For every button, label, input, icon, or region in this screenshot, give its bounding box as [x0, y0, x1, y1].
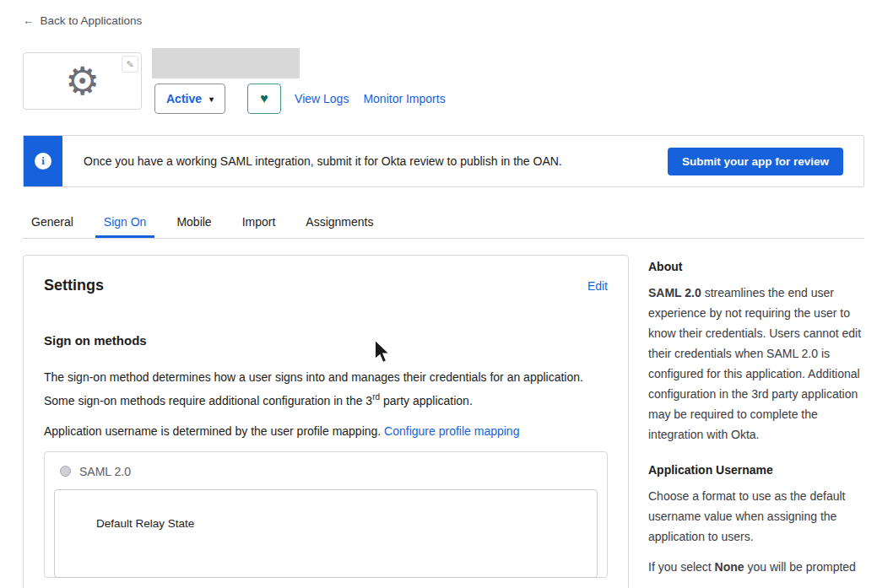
app-actions: Active ▾ ♥ View Logs Monitor Imports — [154, 84, 460, 114]
saml-radio-label: SAML 2.0 — [79, 465, 131, 478]
back-arrow-icon: ← — [23, 14, 35, 27]
heart-icon: ♥ — [260, 91, 268, 106]
banner-message: Once you have a working SAML integration… — [84, 154, 668, 168]
edit-logo-button[interactable]: ✎ — [122, 56, 138, 73]
settings-title: Settings — [44, 277, 104, 294]
none-option-paragraph: If you select None you will be prompted — [648, 557, 866, 577]
description-text-end: party application. — [380, 394, 473, 407]
tab-import[interactable]: Import — [234, 208, 284, 238]
about-paragraph: SAML 2.0 streamlines the end user experi… — [648, 283, 866, 445]
okta-verified-button[interactable]: ♥ — [247, 84, 281, 114]
application-username-paragraph: Choose a format to use as the default us… — [648, 486, 866, 547]
sign-on-methods-description: The sign-on method determines how a user… — [44, 367, 611, 411]
about-title: About — [648, 260, 866, 273]
gear-icon: ⚙ — [65, 62, 100, 100]
back-to-applications-link[interactable]: ← Back to Applications — [23, 14, 142, 27]
info-icon-block: i — [24, 136, 62, 186]
submit-app-for-review-button[interactable]: Submit your app for review — [668, 148, 843, 175]
pencil-icon: ✎ — [126, 59, 133, 70]
about-text: streamlines the end user experience by n… — [648, 286, 861, 441]
description-text: The sign-on method determines how a user… — [44, 370, 583, 407]
back-link-label: Back to Applications — [41, 14, 143, 27]
saml-radio-button[interactable] — [60, 466, 71, 477]
app-name-redacted — [152, 48, 300, 78]
about-bold-lead: SAML 2.0 — [648, 286, 701, 299]
info-icon: i — [35, 153, 51, 170]
app-status-dropdown[interactable]: Active ▾ — [154, 84, 225, 114]
edit-settings-link[interactable]: Edit — [587, 279, 608, 293]
configure-profile-mapping-link[interactable]: Configure profile mapping — [384, 424, 519, 438]
none-post-text: you will be prompted — [744, 560, 856, 574]
default-relay-state-label: Default Relay State — [96, 517, 194, 530]
tab-mobile[interactable]: Mobile — [168, 208, 219, 238]
view-logs-link[interactable]: View Logs — [295, 92, 349, 105]
tab-assignments[interactable]: Assignments — [297, 208, 382, 238]
username-mapping-text: Application username is determined by th… — [44, 424, 381, 438]
tab-bar: General Sign On Mobile Import Assignment… — [23, 208, 864, 239]
info-banner: i Once you have a working SAML integrati… — [23, 135, 864, 187]
tab-general[interactable]: General — [23, 208, 82, 238]
monitor-imports-link[interactable]: Monitor Imports — [363, 92, 445, 105]
settings-card-header: Settings Edit — [44, 277, 608, 294]
none-pre-text: If you select — [648, 560, 715, 574]
username-mapping-description: Application username is determined by th… — [44, 421, 611, 441]
settings-card: Settings Edit Sign on methods The sign-o… — [23, 255, 629, 588]
chevron-down-icon: ▾ — [209, 94, 214, 104]
tab-sign-on[interactable]: Sign On — [95, 208, 155, 238]
ordinal-superscript: rd — [372, 392, 380, 402]
app-status-label: Active — [166, 92, 202, 105]
saml-method-box: SAML 2.0 Default Relay State — [44, 451, 608, 578]
about-sidebar: About SAML 2.0 streamlines the end user … — [648, 255, 866, 577]
sign-on-methods-title: Sign on methods — [44, 333, 608, 348]
none-bold: None — [715, 560, 744, 574]
application-username-title: Application Username — [648, 463, 866, 477]
saml-settings-panel: Default Relay State — [54, 489, 598, 578]
saml-radio-row: SAML 2.0 — [54, 465, 598, 478]
okta-app-sign-on-page: ← Back to Applications ⚙ ✎ Active ▾ ♥ Vi… — [0, 0, 877, 588]
app-logo-box: ⚙ ✎ — [23, 52, 142, 110]
